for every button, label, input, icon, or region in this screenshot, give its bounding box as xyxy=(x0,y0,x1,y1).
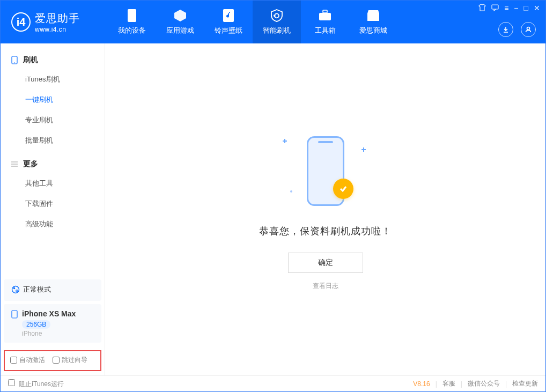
tab-label: 爱思商城 xyxy=(359,26,387,35)
footer-link-update[interactable]: 检查更新 xyxy=(512,379,538,388)
svg-point-8 xyxy=(12,286,19,293)
block-itunes-input[interactable] xyxy=(8,379,15,386)
svg-point-5 xyxy=(527,27,530,30)
block-itunes-checkbox[interactable]: 阻止iTunes运行 xyxy=(8,379,64,389)
svg-point-10 xyxy=(16,290,18,292)
header-action-icons xyxy=(498,22,536,37)
skin-icon[interactable] xyxy=(478,4,486,13)
device-name: iPhone XS Max xyxy=(22,309,76,318)
footer-link-support[interactable]: 客服 xyxy=(442,379,455,388)
sparkle-icon xyxy=(283,139,287,143)
sidebar-item-onekey-flash[interactable]: 一键刷机 xyxy=(1,90,105,110)
sidebar-group-flash: 刷机 iTunes刷机 一键刷机 专业刷机 批量刷机 xyxy=(1,51,105,151)
footer-right: V8.16 | 客服 | 微信公众号 | 检查更新 xyxy=(413,379,538,388)
sidebar-bottom-options: 自动激活 跳过向导 xyxy=(4,350,101,371)
skip-wizard-checkbox[interactable]: 跳过向导 xyxy=(53,356,87,365)
phone-icon xyxy=(10,56,19,64)
tab-apps-games[interactable]: 应用游戏 xyxy=(156,1,204,43)
success-illustration xyxy=(267,128,385,214)
footer-left: 阻止iTunes运行 xyxy=(8,379,64,389)
success-message: 恭喜您，保资料刷机成功啦！ xyxy=(259,225,392,238)
sidebar-item-other-tools[interactable]: 其他工具 xyxy=(1,173,105,194)
sparkle-icon xyxy=(361,147,366,152)
skip-wizard-label: 跳过向导 xyxy=(62,356,87,365)
list-icon xyxy=(10,160,19,168)
side-nav: 刷机 iTunes刷机 一键刷机 专业刷机 批量刷机 更多 其他工具 下载固件 … xyxy=(1,43,105,276)
auto-activate-input[interactable] xyxy=(10,357,17,364)
svg-rect-4 xyxy=(492,5,498,9)
app-subtitle: www.i4.cn xyxy=(35,26,80,33)
tab-label: 应用游戏 xyxy=(166,26,194,35)
device-type: iPhone xyxy=(22,330,94,337)
header-tabs: 我的设备 应用游戏 铃声壁纸 智能刷机 工具箱 爱思商城 xyxy=(108,1,397,43)
mode-icon xyxy=(11,285,20,294)
app-title: 爱思助手 xyxy=(35,11,80,26)
window-controls: ≡ − □ ✕ xyxy=(478,4,540,13)
tab-label: 工具箱 xyxy=(315,26,336,35)
main-content: 恭喜您，保资料刷机成功啦！ 确定 查看日志 xyxy=(105,43,545,375)
sidebar-group-header: 更多 xyxy=(1,155,105,173)
dot-icon xyxy=(290,190,292,193)
close-button[interactable]: ✕ xyxy=(534,4,540,13)
cube-icon xyxy=(173,9,187,23)
logo-area: i4 爱思助手 www.i4.cn xyxy=(1,11,108,33)
sidebar-item-advanced[interactable]: 高级功能 xyxy=(1,214,105,234)
sidebar-item-download-firmware[interactable]: 下载固件 xyxy=(1,194,105,214)
menu-icon[interactable]: ≡ xyxy=(504,4,508,13)
sidebar-item-pro-flash[interactable]: 专业刷机 xyxy=(1,110,105,130)
confirm-button[interactable]: 确定 xyxy=(288,253,363,273)
sidebar-item-itunes-flash[interactable]: iTunes刷机 xyxy=(1,69,105,90)
auto-activate-checkbox[interactable]: 自动激活 xyxy=(10,356,45,365)
device-phone-icon xyxy=(11,310,19,317)
maximize-button[interactable]: □ xyxy=(524,4,528,13)
music-file-icon xyxy=(222,9,235,23)
header: i4 爱思助手 www.i4.cn 我的设备 应用游戏 铃声壁纸 智能刷机 xyxy=(1,1,545,43)
tab-my-device[interactable]: 我的设备 xyxy=(108,1,156,43)
app-logo-icon: i4 xyxy=(11,12,31,32)
feedback-icon[interactable] xyxy=(491,4,499,13)
sidebar-group-more: 更多 其他工具 下载固件 高级功能 xyxy=(1,155,105,234)
toolbox-icon xyxy=(318,9,332,23)
sidebar: 刷机 iTunes刷机 一键刷机 专业刷机 批量刷机 更多 其他工具 下载固件 … xyxy=(1,43,105,375)
user-icon[interactable] xyxy=(521,22,536,37)
tab-ringtone-wallpaper[interactable]: 铃声壁纸 xyxy=(204,1,253,43)
group-title: 刷机 xyxy=(23,55,38,65)
svg-point-7 xyxy=(14,62,15,63)
device-card[interactable]: iPhone XS Max 256GB iPhone xyxy=(4,304,101,343)
skip-wizard-input[interactable] xyxy=(53,357,60,364)
device-icon xyxy=(125,9,139,23)
shield-refresh-icon xyxy=(270,9,284,23)
group-title: 更多 xyxy=(23,159,38,169)
block-itunes-label: 阻止iTunes运行 xyxy=(19,380,64,388)
minimize-button[interactable]: − xyxy=(514,4,518,13)
tab-label: 我的设备 xyxy=(118,26,146,35)
tab-store[interactable]: 爱思商城 xyxy=(349,1,397,43)
device-mode-panel[interactable]: 正常模式 xyxy=(4,279,101,301)
tab-label: 铃声壁纸 xyxy=(215,26,242,35)
check-badge-icon xyxy=(333,179,353,199)
app-window: i4 爱思助手 www.i4.cn 我的设备 应用游戏 铃声壁纸 智能刷机 xyxy=(0,0,546,392)
logo-text: 爱思助手 www.i4.cn xyxy=(35,11,80,33)
sidebar-item-batch-flash[interactable]: 批量刷机 xyxy=(1,130,105,151)
store-icon xyxy=(366,9,380,23)
view-log-link[interactable]: 查看日志 xyxy=(313,282,338,291)
tab-smart-flash[interactable]: 智能刷机 xyxy=(253,1,301,43)
sidebar-group-header: 刷机 xyxy=(1,51,105,69)
auto-activate-label: 自动激活 xyxy=(19,356,45,365)
device-mode-label: 正常模式 xyxy=(23,285,51,294)
footer: 阻止iTunes运行 V8.16 | 客服 | 微信公众号 | 检查更新 xyxy=(1,375,545,391)
svg-rect-11 xyxy=(12,310,17,318)
svg-rect-0 xyxy=(128,9,136,22)
device-capacity: 256GB xyxy=(22,320,50,329)
version-label: V8.16 xyxy=(413,380,430,388)
svg-rect-2 xyxy=(319,13,331,20)
body: 刷机 iTunes刷机 一键刷机 专业刷机 批量刷机 更多 其他工具 下载固件 … xyxy=(1,43,545,375)
tab-toolbox[interactable]: 工具箱 xyxy=(301,1,349,43)
svg-point-9 xyxy=(13,287,16,290)
footer-link-wechat[interactable]: 微信公众号 xyxy=(468,379,500,388)
svg-rect-3 xyxy=(323,10,327,13)
download-icon[interactable] xyxy=(498,22,513,37)
tab-label: 智能刷机 xyxy=(263,26,291,35)
